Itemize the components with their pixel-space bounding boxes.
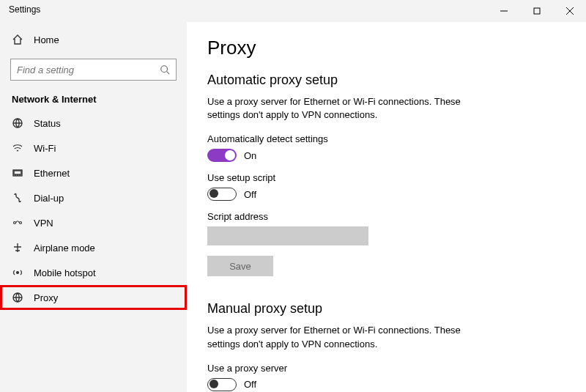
- sidebar-item-ethernet[interactable]: Ethernet: [0, 160, 187, 185]
- svg-rect-1: [534, 8, 540, 14]
- auto-detect-toggle[interactable]: [207, 149, 237, 162]
- svg-rect-8: [14, 171, 21, 174]
- sidebar-item-label: Proxy: [34, 292, 58, 303]
- window-title: Settings: [0, 0, 487, 19]
- use-script-toggle[interactable]: [207, 188, 237, 201]
- ethernet-icon: [12, 167, 23, 179]
- script-address-input: [207, 226, 368, 245]
- sidebar-home-label: Home: [34, 34, 59, 45]
- manual-section-title: Manual proxy setup: [207, 301, 565, 317]
- use-proxy-toggle[interactable]: [207, 378, 237, 391]
- minimize-button[interactable]: [487, 0, 520, 22]
- main-panel: Proxy Automatic proxy setup Use a proxy …: [187, 22, 586, 392]
- auto-section-title: Automatic proxy setup: [207, 73, 565, 88]
- manual-section-desc: Use a proxy server for Ethernet or Wi-Fi…: [207, 324, 486, 350]
- sidebar-item-label: Airplane mode: [34, 243, 95, 254]
- titlebar: Settings: [0, 0, 586, 22]
- sidebar-item-hotspot[interactable]: Mobile hotspot: [0, 260, 187, 285]
- vpn-icon: [12, 217, 23, 229]
- nav-list: Status Wi-Fi Ethernet Dial-up VPN: [0, 111, 187, 310]
- sidebar-item-label: VPN: [34, 218, 53, 229]
- wifi-icon: [12, 142, 23, 154]
- sidebar-item-airplane[interactable]: Airplane mode: [0, 235, 187, 260]
- save-button: Save: [207, 256, 273, 276]
- sidebar-category: Network & Internet: [0, 86, 187, 111]
- use-proxy-label: Use a proxy server: [207, 363, 565, 374]
- svg-point-4: [161, 66, 168, 73]
- svg-point-13: [20, 222, 22, 224]
- svg-line-5: [167, 72, 170, 75]
- svg-point-14: [17, 272, 19, 274]
- sidebar-item-label: Ethernet: [34, 168, 70, 179]
- auto-detect-state: On: [244, 150, 256, 161]
- sidebar-item-wifi[interactable]: Wi-Fi: [0, 136, 187, 160]
- search-icon: [160, 64, 170, 75]
- auto-detect-label: Automatically detect settings: [207, 133, 565, 144]
- script-address-label: Script address: [207, 211, 565, 222]
- use-script-label: Use setup script: [207, 172, 565, 183]
- sidebar-item-proxy[interactable]: Proxy: [0, 285, 187, 310]
- sidebar-item-label: Wi-Fi: [34, 143, 56, 154]
- svg-point-12: [14, 222, 16, 224]
- sidebar-item-status[interactable]: Status: [0, 111, 187, 136]
- search-field[interactable]: [17, 64, 160, 75]
- hotspot-icon: [12, 267, 23, 278]
- page-title: Proxy: [207, 37, 565, 59]
- status-icon: [12, 117, 23, 129]
- sidebar-item-dialup[interactable]: Dial-up: [0, 185, 187, 210]
- dialup-icon: [12, 192, 23, 204]
- window-controls: [487, 0, 586, 22]
- proxy-icon: [12, 292, 23, 303]
- sidebar: Home Network & Internet Status Wi-Fi: [0, 22, 187, 392]
- sidebar-item-label: Status: [34, 118, 61, 129]
- auto-section-desc: Use a proxy server for Ethernet or Wi-Fi…: [207, 95, 486, 122]
- sidebar-item-vpn[interactable]: VPN: [0, 210, 187, 235]
- home-icon: [12, 34, 23, 45]
- sidebar-home[interactable]: Home: [0, 26, 187, 53]
- sidebar-item-label: Mobile hotspot: [34, 267, 96, 278]
- sidebar-item-label: Dial-up: [34, 193, 64, 204]
- use-script-state: Off: [244, 189, 256, 200]
- use-proxy-state: Off: [244, 379, 256, 390]
- close-button[interactable]: [553, 0, 586, 22]
- search-input[interactable]: [10, 59, 177, 81]
- airplane-icon: [12, 242, 23, 254]
- maximize-button[interactable]: [520, 0, 553, 22]
